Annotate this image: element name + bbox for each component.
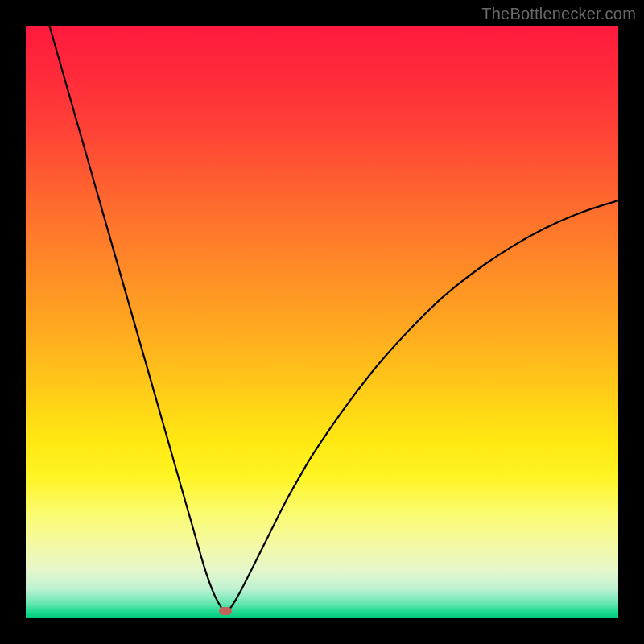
bottleneck-curve — [26, 26, 618, 618]
chart-plot-area — [26, 26, 618, 618]
watermark-text: TheBottlenecker.com — [481, 5, 636, 23]
minimum-marker — [219, 607, 232, 615]
chart-frame: TheBottlenecker.com — [0, 0, 644, 644]
